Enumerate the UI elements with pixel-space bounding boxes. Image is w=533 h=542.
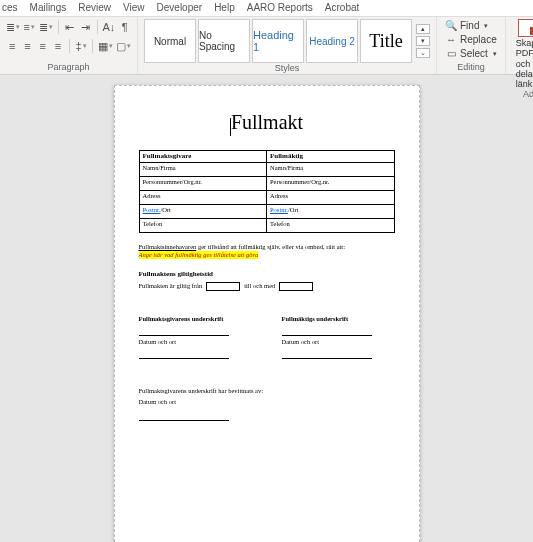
cell-pnr-giver[interactable]: Personnummer/Org.nr. (139, 177, 267, 191)
th-holder[interactable]: Fullmäktig (267, 151, 395, 163)
style-no-spacing[interactable]: No Spacing (198, 19, 250, 63)
shading-icon[interactable]: ▦▾ (98, 38, 113, 54)
adobe-group-label: Ad (512, 89, 533, 101)
style-heading2[interactable]: Heading 2 (306, 19, 358, 63)
cell-tel-giver[interactable]: Telefon (139, 219, 267, 233)
date-to-box[interactable] (279, 282, 313, 291)
group-styles: Normal No Spacing Heading 1 Heading 2 Ti… (138, 17, 437, 74)
doc-title-wrap: Fullmakt (139, 110, 395, 136)
doc-title[interactable]: Fullmakt (231, 111, 303, 133)
date-from-box[interactable] (206, 282, 240, 291)
cell-name-holder[interactable]: Namn/Firma (267, 163, 395, 177)
borders-icon[interactable]: ▢▾ (116, 38, 131, 54)
justify-icon[interactable]: ≡ (52, 38, 64, 54)
decrease-indent-icon[interactable]: ⇤ (63, 19, 76, 35)
sig-holder-line (282, 335, 372, 336)
align-left-icon[interactable]: ≡ (6, 38, 18, 54)
gallery-up-icon[interactable]: ▴ (416, 24, 430, 34)
group-paragraph: ≣▾ ≡▾ ≣▾ ⇤ ⇥ A↓ ¶ ≡ ≡ ≡ ≡ ‡▾ ▦▾ ▢▾ (0, 17, 138, 74)
tab-view[interactable]: View (121, 2, 147, 13)
align-right-icon[interactable]: ≡ (37, 38, 49, 54)
paragraph-group-label: Paragraph (6, 62, 131, 74)
sig-holder-line2 (282, 358, 372, 359)
witness-line (139, 420, 229, 421)
cell-adr-giver[interactable]: Adress (139, 191, 267, 205)
workspace: Fullmakt Fullmaktsgivare Fullmäktig Namn… (0, 75, 533, 542)
group-editing: 🔍Find▾ ↔Replace ▭Select▾ Editing (437, 17, 506, 74)
sig-holder-date: Datum och ort (282, 338, 395, 346)
style-heading1[interactable]: Heading 1 (252, 19, 304, 63)
find-button[interactable]: 🔍Find▾ (443, 19, 499, 32)
gallery-scroll: ▴ ▾ ⌄ (416, 19, 430, 63)
numbering-icon[interactable]: ≡▾ (23, 19, 36, 35)
ribbon-tabs: ces Mailings Review View Developer Help … (0, 0, 533, 17)
style-title[interactable]: Title (360, 19, 412, 63)
validity-heading[interactable]: Fullmaktens giltighetstid (139, 270, 395, 279)
cell-postnr-giver[interactable]: Postnr./Ort (139, 205, 267, 219)
postnr-link[interactable]: Postnr. (143, 206, 161, 213)
cell-postnr-holder[interactable]: Postnr./Ort (267, 205, 395, 219)
fullmakt-table[interactable]: Fullmaktsgivare Fullmäktig Namn/FirmaNam… (139, 150, 395, 233)
increase-indent-icon[interactable]: ⇥ (79, 19, 92, 35)
cell-adr-holder[interactable]: Adress (267, 191, 395, 205)
find-icon: 🔍 (445, 20, 457, 31)
witness-heading: Fullmaktsgivarens underskrift har bevitt… (139, 387, 395, 395)
sig-giver-label: Fullmaktsgivarens underskrift (139, 315, 252, 323)
bullets-icon[interactable]: ≣▾ (6, 19, 20, 35)
create-pdf-button[interactable]: Skapa PDF och dela länk (512, 19, 533, 89)
cell-tel-holder[interactable]: Telefon (267, 219, 395, 233)
tab-aaro-reports[interactable]: AARO Reports (245, 2, 315, 13)
group-adobe: Skapa PDF och dela länk Ad (506, 17, 533, 74)
gallery-more-icon[interactable]: ⌄ (416, 48, 430, 58)
validity-row[interactable]: Fullmakten är giltig från till och med (139, 282, 395, 291)
multilevel-list-icon[interactable]: ≣▾ (39, 19, 53, 35)
gallery-down-icon[interactable]: ▾ (416, 36, 430, 46)
postnr-link-2[interactable]: Postnr. (270, 206, 288, 213)
intro-underline: Fullmaktsinnehavaren (139, 243, 197, 250)
tab-acrobat[interactable]: Acrobat (323, 2, 361, 13)
styles-group-label: Styles (144, 63, 430, 75)
tab-references[interactable]: ces (0, 2, 20, 13)
replace-icon: ↔ (445, 34, 457, 45)
sig-giver-line2 (139, 358, 229, 359)
sig-giver-date: Datum och ort (139, 338, 252, 346)
align-center-icon[interactable]: ≡ (21, 38, 33, 54)
tab-mailings[interactable]: Mailings (28, 2, 69, 13)
th-giver[interactable]: Fullmaktsgivare (139, 151, 267, 163)
validity-from-label: Fullmakten är giltig från (139, 282, 203, 290)
validity-to-label: till och med (244, 282, 275, 290)
tab-help[interactable]: Help (212, 2, 237, 13)
highlight-instruction[interactable]: Ange här vad fullmäktig ges tillåtelse a… (139, 251, 259, 259)
witness-section[interactable]: Fullmaktsgivarens underskrift har bevitt… (139, 387, 395, 421)
replace-button[interactable]: ↔Replace (443, 33, 499, 46)
sig-holder-col[interactable]: Fullmäktigs underskrift Datum och ort (282, 315, 395, 359)
pdf-icon (518, 19, 533, 37)
line-spacing-icon[interactable]: ‡▾ (75, 38, 87, 54)
ribbon: ≣▾ ≡▾ ≣▾ ⇤ ⇥ A↓ ¶ ≡ ≡ ≡ ≡ ‡▾ ▦▾ ▢▾ (0, 17, 533, 75)
editing-group-label: Editing (443, 62, 499, 74)
tab-review[interactable]: Review (76, 2, 113, 13)
intro-paragraph[interactable]: Fullmaktsinnehavaren ger tillstånd att f… (139, 243, 395, 251)
sig-giver-line (139, 335, 229, 336)
sort-icon[interactable]: A↓ (103, 19, 116, 35)
style-normal[interactable]: Normal (144, 19, 196, 63)
document-page[interactable]: Fullmakt Fullmaktsgivare Fullmäktig Namn… (114, 85, 420, 542)
sig-holder-label: Fullmäktigs underskrift (282, 315, 395, 323)
cell-pnr-holder[interactable]: Personnummer/Org.nr. (267, 177, 395, 191)
select-icon: ▭ (445, 48, 457, 59)
cell-name-giver[interactable]: Namn/Firma (139, 163, 267, 177)
show-marks-icon[interactable]: ¶ (118, 19, 131, 35)
sig-giver-col[interactable]: Fullmaktsgivarens underskrift Datum och … (139, 315, 252, 359)
select-button[interactable]: ▭Select▾ (443, 47, 499, 60)
witness-date: Datum och ort (139, 398, 395, 406)
signature-row: Fullmaktsgivarens underskrift Datum och … (139, 315, 395, 359)
tab-developer[interactable]: Developer (155, 2, 205, 13)
